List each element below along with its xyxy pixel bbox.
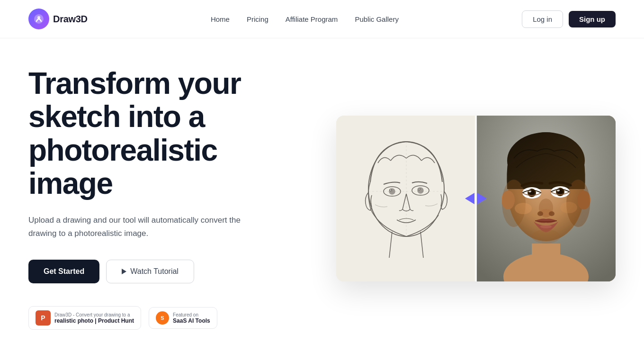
arrow-right-icon: [477, 193, 487, 204]
hero-section: Transform your sketch into a photorealis…: [0, 38, 644, 349]
svg-point-8: [390, 189, 392, 191]
signup-button[interactable]: Sign up: [569, 11, 616, 27]
login-button[interactable]: Log in: [522, 10, 563, 28]
product-hunt-badge[interactable]: P Draw3D - Convert your drawing to a rea…: [28, 306, 141, 330]
hero-right: [313, 116, 616, 281]
svg-point-36: [540, 225, 552, 228]
sketch-svg: [336, 116, 476, 281]
nav-affiliate-program[interactable]: Affiliate Program: [286, 15, 338, 23]
hero-title-line1: Transform your: [28, 66, 241, 100]
hero-subtitle: Upload a drawing and our tool will autom…: [28, 214, 256, 241]
header: Draw3D Home Pricing Affiliate Program Pu…: [0, 0, 644, 38]
saas-label-bottom: SaaS AI Tools: [173, 317, 210, 324]
watch-tutorial-label: Watch Tutorial: [130, 267, 179, 276]
hero-demo-image: [336, 116, 616, 281]
logo-text: Draw3D: [53, 14, 88, 25]
svg-point-34: [537, 211, 543, 216]
hero-title-line2: sketch into a: [28, 100, 205, 134]
logo[interactable]: Draw3D: [28, 9, 88, 29]
hero-title: Transform your sketch into a photorealis…: [28, 67, 294, 200]
saas-text: Featured on SaaS AI Tools: [173, 312, 210, 324]
svg-point-1: [37, 16, 40, 19]
main-nav: Home Pricing Affiliate Program Public Ga…: [211, 15, 399, 23]
svg-point-35: [549, 211, 555, 216]
split-cursor-icon: [465, 193, 487, 204]
svg-rect-16: [532, 244, 560, 281]
play-icon: [122, 269, 126, 274]
svg-point-38: [515, 203, 532, 214]
svg-point-37: [532, 229, 560, 244]
product-hunt-label-bottom: realistic photo | Product Hunt: [54, 317, 134, 324]
sketch-side: [336, 116, 476, 281]
header-actions: Log in Sign up: [522, 10, 616, 28]
badges-row: P Draw3D - Convert your drawing to a rea…: [28, 306, 294, 330]
nav-pricing[interactable]: Pricing: [247, 15, 268, 23]
arrow-left-icon: [465, 193, 474, 204]
hero-buttons: Get Started Watch Tutorial: [28, 260, 294, 283]
svg-point-39: [560, 202, 577, 213]
product-hunt-text: Draw3D - Convert your drawing to a reali…: [54, 312, 134, 324]
hero-title-line3: photorealistic image: [28, 133, 217, 200]
watch-tutorial-button[interactable]: Watch Tutorial: [106, 260, 194, 283]
get-started-button[interactable]: Get Started: [28, 260, 99, 283]
logo-icon: [28, 9, 49, 29]
product-hunt-label-top: Draw3D - Convert your drawing to a: [54, 312, 134, 317]
nav-home[interactable]: Home: [211, 15, 230, 23]
saas-logo: S: [156, 311, 169, 325]
realistic-side: [476, 116, 616, 281]
saas-label-top: Featured on: [173, 312, 210, 317]
hero-left: Transform your sketch into a photorealis…: [28, 67, 294, 330]
saas-badge[interactable]: S Featured on SaaS AI Tools: [149, 307, 217, 329]
svg-rect-2: [336, 116, 476, 281]
product-hunt-logo: P: [36, 310, 51, 326]
nav-public-gallery[interactable]: Public Gallery: [355, 15, 399, 23]
svg-point-11: [418, 188, 420, 190]
realistic-face-svg: [476, 116, 616, 281]
